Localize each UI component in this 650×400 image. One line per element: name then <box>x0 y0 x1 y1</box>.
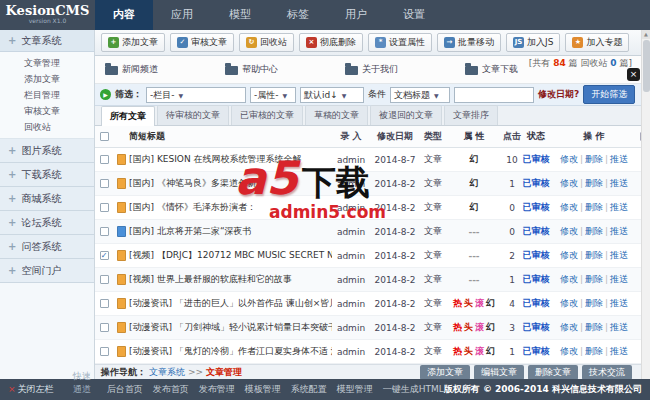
start-filter-button[interactable]: 开始筛选 <box>583 85 635 104</box>
tab-文章排序[interactable]: 文章排序 <box>444 105 498 125</box>
row-checkbox[interactable] <box>100 323 109 332</box>
row-checkbox[interactable] <box>100 179 109 188</box>
footer-link-模型管理[interactable]: 模型管理 <box>337 383 373 396</box>
row-checkbox[interactable] <box>100 347 109 356</box>
action-link-修改[interactable]: 修改 <box>560 322 578 332</box>
nav-item-6[interactable]: 设置 <box>385 0 443 30</box>
action-link-推送[interactable]: 推送 <box>610 346 628 356</box>
toolbar-button-加入专题[interactable]: ★加入专题 <box>565 33 629 52</box>
article-title[interactable]: [视频] 【DRJC】120712 MBC MUSIC SECRET No.1 … <box>129 249 332 262</box>
action-link-推送[interactable]: 推送 <box>610 274 628 284</box>
footer-link-发布管理[interactable]: 发布管理 <box>199 383 235 396</box>
tab-已审核的文章[interactable]: 已审核的文章 <box>231 105 303 125</box>
vertical-scrollbar[interactable]: ▲ <box>641 30 650 379</box>
action-link-删除[interactable]: 删除 <box>585 202 603 212</box>
breadcrumb-article-system[interactable]: 文章系统 <box>149 366 185 379</box>
sidebar-item-回收站[interactable]: 回收站 <box>0 119 94 135</box>
article-title[interactable]: [动漫资讯] 「刀剑神域」轻小说累计销量日本突破千万 全世界1400万 <box>129 321 332 334</box>
action-link-修改[interactable]: 修改 <box>560 226 578 236</box>
toolbar-button-回收站[interactable]: ↻回收站 <box>239 33 294 52</box>
article-title[interactable]: [国内] 北京将开第二家“深夜书 <box>129 225 332 238</box>
article-title[interactable]: [国内] 《神笔马良》多渠道创新 <box>129 177 332 190</box>
footer-link-发布首页[interactable]: 发布首页 <box>153 383 189 396</box>
action-link-修改[interactable]: 修改 <box>560 346 578 356</box>
article-title[interactable]: [国内] 《情怀》毛泽东扮演者： <box>129 201 332 214</box>
category-select[interactable]: -栏目- <box>146 87 246 103</box>
row-checkbox[interactable] <box>100 299 109 308</box>
article-title[interactable]: [动漫资讯] 「进击的巨人」以外首作品 谏山创×皆川亮二新漫画将刊 <box>129 297 332 310</box>
action-link-删除[interactable]: 删除 <box>585 322 603 332</box>
footer-link-模板管理[interactable]: 模板管理 <box>245 383 281 396</box>
row-checkbox[interactable] <box>100 227 109 236</box>
bottom-button-技术交流[interactable]: 技术交流 <box>582 365 632 380</box>
toolbar-button-加入JS[interactable]: JS加入JS <box>506 33 560 52</box>
sidebar-item-栏目管理[interactable]: 栏目管理 <box>0 87 94 103</box>
nav-item-4[interactable]: 标签 <box>269 0 327 30</box>
tab-所有文章[interactable]: 所有文章 <box>101 106 155 126</box>
tab-被退回的文章[interactable]: 被退回的文章 <box>370 105 442 125</box>
channel-帮助中心[interactable]: 帮助中心 <box>225 63 345 76</box>
sidebar-section-论坛系统[interactable]: +论坛系统 <box>0 211 94 235</box>
close-icon[interactable]: × <box>627 68 640 81</box>
action-link-删除[interactable]: 删除 <box>585 178 603 188</box>
article-title[interactable]: [视频] 世界上最舒服的软底鞋和它的故事 <box>129 273 332 286</box>
nav-item-1[interactable]: 内容 <box>95 0 153 30</box>
footer-link-后台首页[interactable]: 后台首页 <box>107 383 143 396</box>
collapse-sidebar-button[interactable]: ×关闭左栏 <box>0 383 73 396</box>
action-link-删除[interactable]: 删除 <box>585 250 603 260</box>
select-all-checkbox[interactable] <box>100 132 109 141</box>
bottom-button-删除文章[interactable]: 删除文章 <box>528 365 578 380</box>
sidebar-section-问答系统[interactable]: +问答系统 <box>0 235 94 259</box>
row-checkbox[interactable]: ✓ <box>100 251 109 260</box>
action-link-修改[interactable]: 修改 <box>560 274 578 284</box>
action-link-推送[interactable]: 推送 <box>610 154 628 164</box>
action-link-修改[interactable]: 修改 <box>560 154 578 164</box>
article-title[interactable]: [动漫资讯] 「鬼灯的冷彻」作者江口夏实身体不适 漫画隔周连载 <box>129 345 332 358</box>
sidebar-section-空间门户[interactable]: +空间门户 <box>0 259 94 283</box>
attribute-select[interactable]: -属性- <box>250 87 296 103</box>
nav-item-2[interactable]: 应用 <box>153 0 211 30</box>
sidebar-item-文章管理[interactable]: 文章管理 <box>0 55 94 71</box>
action-link-推送[interactable]: 推送 <box>610 322 628 332</box>
bottom-button-添加文章[interactable]: 添加文章 <box>420 365 470 380</box>
toolbar-button-添加文章[interactable]: +添加文章 <box>101 33 165 52</box>
toolbar-button-审核文章[interactable]: ✓审核文章 <box>170 33 234 52</box>
sidebar-section-商城系统[interactable]: +商城系统 <box>0 187 94 211</box>
scroll-up-icon[interactable]: ▲ <box>642 30 650 39</box>
bottom-button-编辑文章[interactable]: 编辑文章 <box>474 365 524 380</box>
toolbar-button-设置属性[interactable]: *设置属性 <box>368 33 432 52</box>
tab-草稿的文章[interactable]: 草稿的文章 <box>305 105 368 125</box>
action-link-推送[interactable]: 推送 <box>610 298 628 308</box>
order-select[interactable]: 默认id↓ <box>300 87 364 103</box>
sidebar-item-添加文章[interactable]: 添加文章 <box>0 71 94 87</box>
action-link-删除[interactable]: 删除 <box>585 154 603 164</box>
sidebar-section-图片系统[interactable]: +图片系统 <box>0 139 94 163</box>
sidebar-section-下载系统[interactable]: +下载系统 <box>0 163 94 187</box>
row-checkbox[interactable] <box>100 155 109 164</box>
action-link-修改[interactable]: 修改 <box>560 250 578 260</box>
action-link-修改[interactable]: 修改 <box>560 178 578 188</box>
tab-待审核的文章[interactable]: 待审核的文章 <box>157 105 229 125</box>
action-link-删除[interactable]: 删除 <box>585 346 603 356</box>
article-title[interactable]: [国内] KESION 在线网校系统管理系统全解 <box>129 153 332 166</box>
nav-item-3[interactable]: 模型 <box>211 0 269 30</box>
action-link-修改[interactable]: 修改 <box>560 298 578 308</box>
keyword-input[interactable] <box>454 87 534 103</box>
sidebar-item-审核文章[interactable]: 审核文章 <box>0 103 94 119</box>
field-select[interactable]: 文档标题 <box>390 87 450 103</box>
footer-link-一键生成HTML[interactable]: 一键生成HTML <box>383 383 444 396</box>
scrollbar-thumb[interactable] <box>643 40 650 92</box>
channel-新闻频道[interactable]: 新闻频道 <box>105 63 225 76</box>
modify-date-link[interactable]: 修改日期? <box>538 88 579 101</box>
row-checkbox[interactable] <box>100 203 109 212</box>
footer-link-系统配置[interactable]: 系统配置 <box>291 383 327 396</box>
action-link-推送[interactable]: 推送 <box>610 202 628 212</box>
sidebar-section-article-system[interactable]: +文章系统 <box>0 30 94 52</box>
action-link-推送[interactable]: 推送 <box>610 178 628 188</box>
action-link-删除[interactable]: 删除 <box>585 274 603 284</box>
action-link-推送[interactable]: 推送 <box>610 250 628 260</box>
toolbar-button-批量移动[interactable]: →批量移动 <box>437 33 501 52</box>
channel-关于我们[interactable]: 关于我们 <box>345 63 465 76</box>
nav-item-5[interactable]: 用户 <box>327 0 385 30</box>
toolbar-button-彻底删除[interactable]: ×彻底删除 <box>299 33 363 52</box>
